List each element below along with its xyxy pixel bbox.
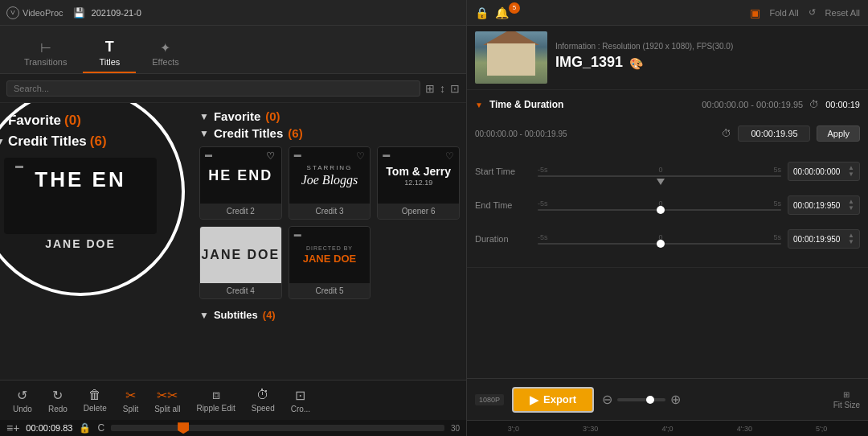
undo-button[interactable]: ↺ Undo xyxy=(6,385,39,417)
export-icon: ▶ xyxy=(530,393,538,406)
crop-icon: ⊡ xyxy=(295,388,305,403)
heart-icon-3[interactable]: ♡ xyxy=(445,150,454,162)
credit-1-name: Credit 2 xyxy=(200,204,281,219)
export-label: Export xyxy=(543,393,576,405)
panel-icon[interactable]: ▣ xyxy=(750,6,760,19)
tab-effects-label: Effects xyxy=(152,57,178,67)
duration-slider[interactable]: -5s 0 5s xyxy=(538,227,781,251)
media-resolution: Information : Resolution (1920 x 1080), … xyxy=(555,42,860,51)
zoom-arrow: ▼ xyxy=(0,115,5,126)
subtitles-label: Subtitles xyxy=(214,309,258,321)
color-picker-icon[interactable]: 🎨 xyxy=(629,57,643,70)
fit-size-button[interactable]: ⊞ Fit Size xyxy=(833,390,860,409)
credit-3-preview: ▬ Tom & Jerry 12.12.19 ♡ xyxy=(378,147,459,204)
start-zero: 0 xyxy=(658,166,662,174)
start-time-track xyxy=(538,175,781,177)
start-time-slider[interactable]: -5s 0 5s xyxy=(538,159,781,183)
fit-size-label: Fit Size xyxy=(833,401,860,409)
duration-stepper[interactable]: ▲▼ xyxy=(848,232,854,245)
undo-icon: ↺ xyxy=(17,388,27,403)
end-time-thumb xyxy=(657,206,665,214)
subtitles-arrow-icon: ▼ xyxy=(199,310,209,321)
search-input[interactable] xyxy=(6,80,420,97)
crop-label: Cro... xyxy=(291,405,310,413)
delete-button[interactable]: 🗑 Delete xyxy=(77,385,113,416)
timeline-cursor xyxy=(178,422,189,434)
start-min: -5s xyxy=(538,166,548,174)
top-bar: V VideoProc 💾 202109-21-0 xyxy=(0,0,466,26)
end-min: -5s xyxy=(538,199,548,208)
export-button[interactable]: ▶ Export xyxy=(512,387,594,413)
split-icon: ✂ xyxy=(125,388,136,403)
crop-button[interactable]: ⊡ Cro... xyxy=(285,385,317,417)
redo-button[interactable]: ↻ Redo xyxy=(42,385,74,417)
ruler-mark-2: 4';0 xyxy=(629,425,706,433)
credit-4-name: Credit 4 xyxy=(200,283,281,298)
time-duration-header[interactable]: ▼ Time & Duration 00:00:00.00 - 00:00:19… xyxy=(467,90,868,119)
filter-icon[interactable]: ⊡ xyxy=(450,82,460,95)
start-time-value-box[interactable]: 00:00:00:000 ▲▼ xyxy=(788,162,860,181)
reset-all-label[interactable]: Reset All xyxy=(825,8,860,18)
app-logo-icon: V xyxy=(6,6,19,19)
split-button[interactable]: ✂ Split xyxy=(117,385,145,417)
lock-icon[interactable]: 🔒 xyxy=(79,422,91,434)
add-track-icon[interactable]: ≡+ xyxy=(6,422,19,434)
start-time-stepper[interactable]: ▲▼ xyxy=(848,165,854,178)
heart-icon-2[interactable]: ♡ xyxy=(356,150,365,162)
jane-doe2-sub: DIRECTED BY xyxy=(306,245,353,251)
credit-card-3[interactable]: ▬ Tom & Jerry 12.12.19 ♡ Opener 6 xyxy=(377,146,460,220)
tabs-bar: ⊢ Transitions T Titles ✦ Effects xyxy=(0,26,466,74)
apply-button[interactable]: Apply xyxy=(817,125,860,142)
ripple-edit-button[interactable]: ⧈ Ripple Edit xyxy=(190,385,241,416)
heart-icon-1[interactable]: ♡ xyxy=(266,150,276,162)
magnet-icon[interactable]: C xyxy=(97,422,104,434)
tab-transitions[interactable]: ⊢ Transitions xyxy=(8,35,83,73)
sort-icon[interactable]: ↕ xyxy=(440,82,445,95)
right-panel: 🔒 🔔 5 ▣ Fold All ↺ Reset All Information… xyxy=(466,0,868,436)
credit-card-1[interactable]: ▬ HE END ♡ Credit 2 xyxy=(199,146,282,220)
split-label: Split xyxy=(123,405,138,413)
start-time-value: 00:00:00:000 xyxy=(793,167,840,176)
zoom-minus-icon[interactable]: ⊖ xyxy=(602,392,612,407)
zoom-plus-icon[interactable]: ⊕ xyxy=(670,392,681,407)
end-time-value: 00:00:19:950 xyxy=(793,201,840,210)
credit-2-preview: ▬ STARRING Joe Bloggs ♡ xyxy=(289,147,371,204)
media-thumbnail xyxy=(475,31,547,84)
time-duration-section: ▼ Time & Duration 00:00:00.00 - 00:00:19… xyxy=(467,90,868,268)
timeline-ruler: 3';0 3':30 4';0 4':30 5';0 xyxy=(467,420,868,436)
zoom-slider[interactable] xyxy=(617,398,665,401)
speed-button[interactable]: ⏱ Speed xyxy=(245,385,281,416)
save-icon[interactable]: 💾 xyxy=(73,7,85,19)
bottom-toolbar: ↺ Undo ↻ Redo 🗑 Delete ✂ Split ✂✂ Split … xyxy=(0,380,466,436)
end-time-stepper[interactable]: ▲▼ xyxy=(848,199,854,212)
tab-titles[interactable]: T Titles xyxy=(83,34,136,73)
reset-icon[interactable]: ↺ xyxy=(809,7,816,18)
clock-icon-2: ⏱ xyxy=(722,128,731,139)
bell-icon[interactable]: 🔔 xyxy=(495,6,509,19)
fold-all-label[interactable]: Fold All xyxy=(770,8,799,18)
duration-value-box[interactable]: 00:00:19.95 xyxy=(738,125,810,142)
redo-icon: ↻ xyxy=(52,388,63,403)
credit-card-5[interactable]: ▬ DIRECTED BY JANE DOE Credit 5 xyxy=(289,226,371,299)
tab-titles-label: Titles xyxy=(99,57,120,67)
tab-effects[interactable]: ✦ Effects xyxy=(136,35,194,73)
time-duration-arrow: ▼ xyxy=(475,101,483,109)
grid-icon[interactable]: ⊞ xyxy=(425,82,435,95)
credit-3-name: Opener 6 xyxy=(378,204,459,219)
timeline-bar: ≡+ 00:00:09.83 🔒 C 30 xyxy=(0,420,466,436)
end-time-slider[interactable]: -5s 0 5s xyxy=(538,193,781,217)
credit-card-4[interactable]: JANE DOE Credit 4 xyxy=(199,226,282,299)
timeline-track[interactable] xyxy=(111,425,444,431)
time-input-row: 00:00:00.00 - 00:00:19.95 ⏱ 00:00:19.95 … xyxy=(475,125,860,142)
credit-card-2[interactable]: ▬ STARRING Joe Bloggs ♡ Credit 3 xyxy=(289,146,371,220)
end-time-value-box[interactable]: 00:00:19:950 ▲▼ xyxy=(788,195,860,215)
zoom-credit-label: Credit Titles xyxy=(8,134,87,150)
duration-value: 00:00:19.95 xyxy=(751,129,797,138)
split-all-button[interactable]: ✂✂ Split all xyxy=(148,385,186,417)
zoom-slider-thumb xyxy=(646,396,654,404)
dur-max: 5s xyxy=(773,233,781,241)
speed-label: Speed xyxy=(252,404,275,413)
duration-value-box-input[interactable]: 00:00:19:950 ▲▼ xyxy=(788,229,860,249)
zoom-card: ▬ THE EN xyxy=(4,158,157,234)
clock-icon: ⏱ xyxy=(809,99,819,110)
